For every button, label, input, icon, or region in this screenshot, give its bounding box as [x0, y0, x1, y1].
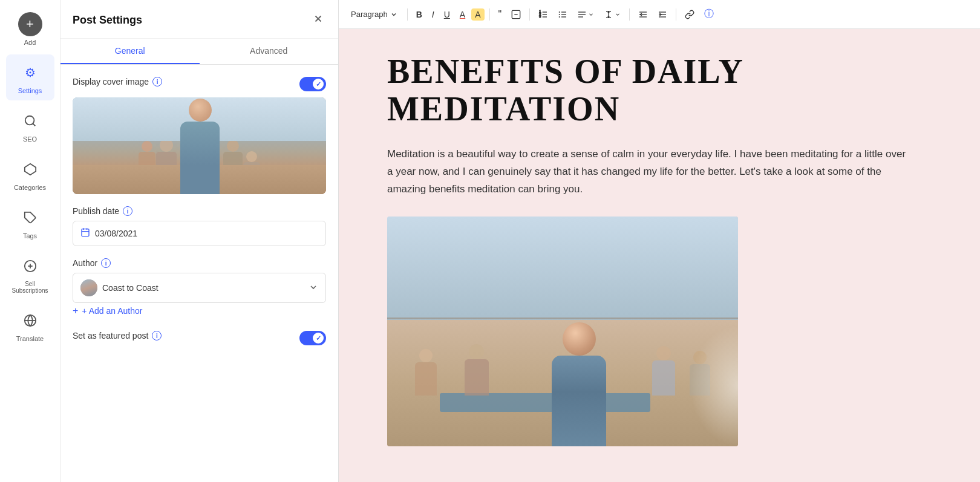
ordered-list-button[interactable]: 123: [535, 7, 552, 22]
author-section: Author i Coast to Coast + + Add an Autho…: [73, 258, 326, 319]
sidebar-item-sell-label: SellSubscriptions: [11, 281, 48, 294]
quote-button[interactable]: ": [495, 7, 506, 22]
svg-point-0: [25, 116, 34, 125]
highlight-button[interactable]: A: [471, 8, 484, 21]
font-color-button[interactable]: A: [456, 7, 469, 22]
sidebar-item-seo-label: SEO: [23, 135, 37, 143]
cover-image-toggle[interactable]: [299, 77, 326, 91]
editor-content[interactable]: BENEFITS OF DAILY MEDITATION Meditation …: [339, 29, 980, 482]
align-select[interactable]: [573, 7, 598, 22]
paragraph-select[interactable]: Paragraph: [346, 7, 402, 21]
featured-post-section: Set as featured post i: [73, 331, 326, 345]
svg-rect-11: [82, 229, 89, 236]
post-intro: Meditation is a beautiful way to create …: [387, 146, 907, 198]
link-button[interactable]: [681, 7, 698, 22]
svg-line-1: [33, 123, 35, 126]
seo-icon: [18, 109, 42, 133]
sidebar-item-add[interactable]: + Add: [6, 6, 54, 52]
featured-post-label: Set as featured post i: [73, 331, 162, 340]
svg-marker-2: [24, 164, 35, 175]
sidebar-item-add-label: Add: [24, 39, 36, 46]
settings-icon: ⚙: [18, 60, 42, 85]
svg-text:3: 3: [540, 15, 541, 18]
close-button[interactable]: [310, 11, 326, 30]
add-author-plus-icon: +: [73, 305, 78, 316]
svg-point-28: [559, 16, 560, 18]
tags-icon: [18, 206, 42, 230]
cover-image-section: Display cover image i: [73, 77, 326, 194]
panel-content: Display cover image i: [60, 65, 338, 357]
sidebar-item-categories[interactable]: Categories: [6, 151, 54, 197]
sidebar-item-settings[interactable]: ⚙ Settings: [6, 54, 54, 100]
indent-decrease-button[interactable]: [635, 7, 652, 22]
separator-5: [676, 8, 676, 21]
calendar-icon: [80, 227, 90, 239]
author-avatar: [80, 279, 97, 296]
cover-image-info-icon[interactable]: i: [152, 77, 162, 86]
publish-date-label: Publish date i: [73, 206, 326, 216]
cover-image-toggle-row: Display cover image i: [73, 77, 326, 91]
underline-button[interactable]: U: [440, 7, 454, 22]
cover-image-preview: [73, 97, 326, 194]
embed-button[interactable]: [508, 7, 524, 22]
post-body-image: [387, 217, 738, 446]
panel-tabs: General Advanced: [60, 39, 338, 65]
featured-post-info-icon[interactable]: i: [152, 331, 162, 340]
post-settings-panel: Post Settings General Advanced Display c…: [60, 0, 339, 482]
sidebar-item-sell[interactable]: SellSubscriptions: [6, 248, 54, 300]
add-icon: +: [18, 12, 42, 36]
add-author-label: + Add an Author: [82, 306, 142, 316]
categories-icon: [18, 157, 42, 181]
sidebar-item-tags[interactable]: Tags: [6, 200, 54, 246]
icon-sidebar: + Add ⚙ Settings SEO Categories Tags Sel…: [0, 0, 60, 482]
sidebar-item-settings-label: Settings: [18, 87, 42, 94]
date-input-field[interactable]: [73, 221, 326, 246]
sell-icon: [18, 254, 42, 278]
line-height-select[interactable]: [600, 7, 624, 22]
separator-2: [489, 8, 490, 21]
svg-point-27: [559, 14, 560, 15]
sidebar-item-translate[interactable]: Translate: [6, 302, 54, 348]
author-dropdown-chevron: [309, 282, 318, 294]
separator-4: [629, 8, 630, 21]
sidebar-item-translate-label: Translate: [16, 335, 44, 342]
author-dropdown[interactable]: Coast to Coast: [73, 273, 326, 303]
publish-date-section: Publish date i: [73, 206, 326, 246]
sidebar-item-tags-label: Tags: [23, 232, 37, 239]
tab-advanced[interactable]: Advanced: [200, 39, 339, 64]
tab-general[interactable]: General: [60, 39, 200, 64]
panel-header: Post Settings: [60, 0, 338, 39]
sidebar-item-categories-label: Categories: [14, 184, 46, 191]
author-info-icon[interactable]: i: [101, 258, 111, 268]
separator-3: [529, 8, 530, 21]
paragraph-label: Paragraph: [351, 10, 388, 19]
editor-area: Paragraph B I U A A " 123: [339, 0, 980, 482]
editor-toolbar: Paragraph B I U A A " 123: [339, 0, 980, 29]
svg-point-26: [559, 11, 560, 13]
featured-post-toggle-row: Set as featured post i: [73, 331, 326, 345]
italic-button[interactable]: I: [428, 7, 438, 22]
cover-image-label: Display cover image i: [73, 77, 162, 86]
panel-title: Post Settings: [73, 14, 142, 27]
indent-increase-button[interactable]: [654, 7, 671, 22]
add-author-button[interactable]: + + Add an Author: [73, 303, 326, 319]
featured-post-toggle[interactable]: [299, 331, 326, 345]
bold-button[interactable]: B: [413, 7, 426, 22]
author-label: Author i: [73, 258, 326, 268]
publish-date-info-icon[interactable]: i: [123, 206, 132, 216]
author-name: Coast to Coast: [102, 283, 304, 293]
info-button[interactable]: ⓘ: [701, 5, 717, 23]
unordered-list-button[interactable]: [554, 7, 571, 22]
sidebar-item-seo[interactable]: SEO: [6, 103, 54, 149]
post-title: BENEFITS OF DAILY MEDITATION: [387, 53, 932, 128]
date-input[interactable]: [95, 229, 318, 238]
translate-icon: [18, 308, 42, 333]
separator-1: [407, 8, 408, 21]
